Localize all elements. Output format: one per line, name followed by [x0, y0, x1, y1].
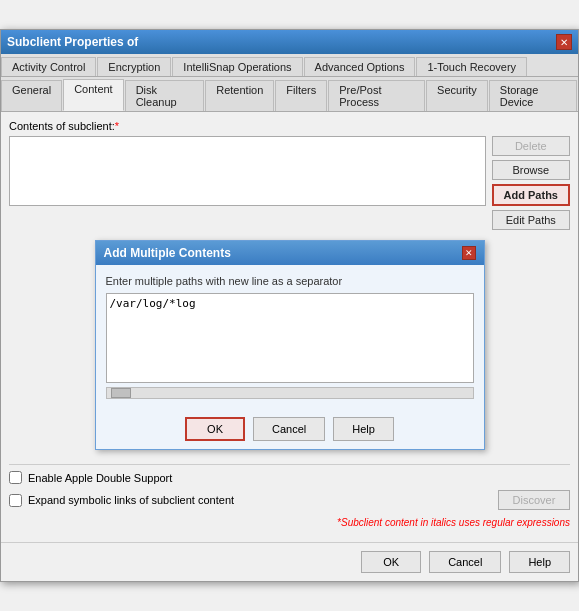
italic-note: *Subclient content in italics uses regul…	[337, 517, 570, 528]
modal-ok-button[interactable]: OK	[185, 417, 245, 441]
apple-double-checkbox[interactable]	[9, 471, 22, 484]
tab-retention[interactable]: Retention	[205, 80, 274, 111]
scrollbar-thumb	[111, 388, 131, 398]
content-panel: Contents of subclient:* Delete Browse Ad…	[1, 112, 578, 542]
modal-scrollbar[interactable]	[106, 387, 474, 399]
modal-paths-textarea[interactable]	[106, 293, 474, 383]
tab-intellisnap[interactable]: IntelliSnap Operations	[172, 57, 302, 76]
modal-help-button[interactable]: Help	[333, 417, 394, 441]
tab-1touch[interactable]: 1-Touch Recovery	[416, 57, 527, 76]
tab-security[interactable]: Security	[426, 80, 488, 111]
apple-double-row: Enable Apple Double Support	[9, 471, 570, 484]
side-buttons-panel: Delete Browse Add Paths Edit Paths	[492, 136, 570, 230]
discover-button[interactable]: Discover	[498, 490, 570, 510]
tabs-row2: General Content Disk Cleanup Retention F…	[1, 77, 578, 112]
browse-button[interactable]: Browse	[492, 160, 570, 180]
modal-cancel-button[interactable]: Cancel	[253, 417, 325, 441]
tab-storage-device[interactable]: Storage Device	[489, 80, 577, 111]
content-area: Delete Browse Add Paths Edit Paths	[9, 136, 570, 230]
main-window: Subclient Properties of ✕ Activity Contr…	[0, 29, 579, 582]
modal-close-button[interactable]: ✕	[462, 246, 476, 260]
apple-double-label: Enable Apple Double Support	[28, 472, 172, 484]
tab-filters[interactable]: Filters	[275, 80, 327, 111]
contents-label: Contents of subclient:*	[9, 120, 570, 132]
modal-title-bar: Add Multiple Contents ✕	[96, 241, 484, 265]
footer-help-button[interactable]: Help	[509, 551, 570, 573]
footer-buttons: OK Cancel Help	[1, 542, 578, 581]
modal-title: Add Multiple Contents	[104, 246, 231, 260]
tab-disk-cleanup[interactable]: Disk Cleanup	[125, 80, 205, 111]
tab-advanced-options[interactable]: Advanced Options	[304, 57, 416, 76]
modal-footer: OK Cancel Help	[96, 409, 484, 449]
delete-button[interactable]: Delete	[492, 136, 570, 156]
tab-activity-control[interactable]: Activity Control	[1, 57, 96, 76]
add-multiple-contents-dialog: Add Multiple Contents ✕ Enter multiple p…	[95, 240, 485, 450]
modal-body: Enter multiple paths with new line as a …	[96, 265, 484, 409]
symbolic-links-label: Expand symbolic links of subclient conte…	[28, 494, 234, 506]
tab-general[interactable]: General	[1, 80, 62, 111]
tab-encryption[interactable]: Encryption	[97, 57, 171, 76]
modal-overlay: Add Multiple Contents ✕ Enter multiple p…	[9, 240, 570, 450]
symbolic-links-checkbox[interactable]	[9, 494, 22, 507]
footer-ok-button[interactable]: OK	[361, 551, 421, 573]
tabs-row1: Activity Control Encryption IntelliSnap …	[1, 54, 578, 77]
add-paths-button[interactable]: Add Paths	[492, 184, 570, 206]
window-close-button[interactable]: ✕	[556, 34, 572, 50]
bottom-section: Enable Apple Double Support Expand symbo…	[9, 464, 570, 534]
footer-cancel-button[interactable]: Cancel	[429, 551, 501, 573]
edit-paths-button[interactable]: Edit Paths	[492, 210, 570, 230]
tab-pre-post[interactable]: Pre/Post Process	[328, 80, 425, 111]
title-bar: Subclient Properties of ✕	[1, 30, 578, 54]
symbolic-links-row: Expand symbolic links of subclient conte…	[9, 490, 570, 510]
window-title: Subclient Properties of	[7, 35, 138, 49]
contents-listbox[interactable]	[9, 136, 486, 206]
modal-instruction: Enter multiple paths with new line as a …	[106, 275, 474, 287]
tab-content[interactable]: Content	[63, 79, 124, 111]
